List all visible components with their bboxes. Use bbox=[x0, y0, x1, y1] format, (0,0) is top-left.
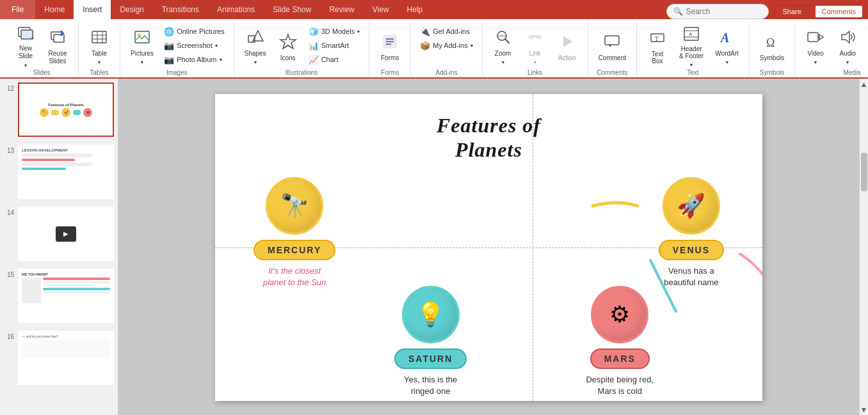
scroll-down-button[interactable]: ▼ bbox=[859, 404, 868, 415]
video-label: Video bbox=[808, 50, 824, 57]
svg-marker-37 bbox=[842, 31, 849, 43]
header-footer-dropdown[interactable]: ▾ bbox=[690, 62, 693, 68]
audio-button[interactable]: Audio ▾ bbox=[832, 24, 863, 68]
online-pictures-button[interactable]: 🌐 Online Pictures bbox=[160, 24, 229, 38]
scroll-up-button[interactable]: ▲ bbox=[859, 79, 868, 90]
scroll-thumb[interactable] bbox=[861, 153, 867, 191]
3d-models-button[interactable]: 🧊 3D Models ▾ bbox=[305, 24, 364, 38]
table-button[interactable]: Table ▾ bbox=[84, 24, 115, 68]
my-addins-dropdown[interactable]: ▾ bbox=[470, 43, 473, 49]
svg-rect-21 bbox=[498, 35, 506, 37]
wordart-button[interactable]: A WordArt ▾ bbox=[710, 24, 744, 68]
action-button[interactable]: Action bbox=[552, 24, 583, 68]
comment-icon bbox=[602, 31, 622, 52]
forms-group-label: Forms bbox=[374, 68, 405, 77]
tab-view[interactable]: View bbox=[364, 0, 398, 19]
audio-label: Audio bbox=[839, 50, 856, 57]
photo-album-dropdown[interactable]: ▾ bbox=[220, 57, 222, 63]
tab-design[interactable]: Design bbox=[111, 0, 152, 19]
slide-thumb-15[interactable]: 15 DID YOU KNOW? bbox=[3, 267, 115, 324]
smartart-label: SmartArt bbox=[321, 42, 349, 49]
slide-img-14[interactable]: ▶ bbox=[18, 207, 114, 261]
my-addins-button[interactable]: 📦 My Add-ins ▾ bbox=[416, 38, 476, 52]
slide-thumb-16[interactable]: 16 — and do you know that? bbox=[3, 329, 115, 386]
tab-transitions[interactable]: Transitions bbox=[153, 0, 208, 19]
svg-marker-24 bbox=[563, 36, 572, 47]
slide-canvas: Features ofPlanets 🔭 MERCURY It's the cl… bbox=[215, 94, 762, 401]
share-button[interactable]: Share bbox=[774, 5, 809, 18]
tab-home[interactable]: Home bbox=[35, 0, 74, 19]
illustrations-group-label: Illustrations bbox=[239, 68, 364, 77]
zoom-dropdown[interactable]: ▾ bbox=[502, 59, 504, 65]
reuse-slides-button[interactable]: ReuseSlides bbox=[42, 24, 73, 68]
search-box[interactable]: 🔍 bbox=[666, 4, 769, 19]
screen-recording-button[interactable]: ScreenRecording bbox=[864, 24, 868, 68]
slide-img-12[interactable]: Features of Planets 🔭 🚀 ⚙ bbox=[18, 82, 114, 137]
action-icon bbox=[557, 31, 577, 52]
zoom-button[interactable]: Zoom ▾ bbox=[488, 24, 518, 68]
link-dropdown[interactable]: ▾ bbox=[534, 59, 536, 65]
ribbon-group-comments: Comment Comments bbox=[588, 22, 637, 77]
header-footer-label: Header& Footer bbox=[679, 45, 703, 59]
text-box-button[interactable]: T TextBox bbox=[642, 24, 673, 68]
venus-section: 🚀 VENUS Venus has abeautiful name bbox=[659, 177, 724, 288]
link-button[interactable]: Link ▾ bbox=[520, 24, 551, 68]
slide-thumb-13[interactable]: 13 LESSON DEVELOPMENT bbox=[3, 143, 115, 200]
comments-button[interactable]: Comments bbox=[815, 5, 863, 18]
new-slide-label: NewSlide bbox=[19, 45, 33, 60]
symbols-group-label: Symbols bbox=[755, 68, 789, 77]
slide-thumb-12[interactable]: 12 Features of Planets 🔭 🚀 ⚙ bbox=[3, 81, 115, 138]
ribbon-group-slides: + NewSlide ▾ ReuseSlides Slides bbox=[5, 22, 79, 77]
mars-section: ⚙ MARS Despite being red,Mars is cold bbox=[586, 286, 654, 397]
tab-review[interactable]: Review bbox=[320, 0, 363, 19]
tab-file[interactable]: File bbox=[0, 0, 35, 19]
ribbon-group-forms: Forms Forms bbox=[369, 22, 411, 77]
get-addins-button[interactable]: 🔌 Get Add-ins bbox=[416, 24, 476, 38]
ribbon-group-illustrations: Shapes ▾ Icons 🧊 3D Models ▾ 📊 SmartArt bbox=[234, 22, 370, 77]
tab-insert[interactable]: Insert bbox=[74, 0, 111, 19]
tab-animations[interactable]: Animations bbox=[208, 0, 264, 19]
tab-help[interactable]: Help bbox=[398, 0, 432, 19]
symbols-label: Symbols bbox=[760, 54, 784, 61]
forms-button[interactable]: Forms bbox=[374, 24, 405, 68]
wordart-label: WordArt bbox=[715, 50, 739, 57]
svg-rect-25 bbox=[605, 36, 619, 45]
audio-dropdown[interactable]: ▾ bbox=[846, 59, 849, 65]
header-footer-button[interactable]: A Header& Footer ▾ bbox=[674, 24, 709, 68]
svg-rect-5 bbox=[92, 31, 106, 43]
photo-album-label: Photo Album bbox=[177, 56, 216, 63]
icons-button[interactable]: Icons bbox=[273, 24, 303, 68]
tab-slideshow[interactable]: Slide Show bbox=[264, 0, 320, 19]
search-input[interactable] bbox=[686, 7, 762, 16]
symbols-button[interactable]: Ω Symbols bbox=[755, 24, 789, 68]
chart-button[interactable]: 📈 Chart bbox=[305, 52, 364, 67]
reuse-slides-icon bbox=[47, 27, 68, 47]
svg-text:+: + bbox=[31, 35, 35, 42]
slide-thumb-14[interactable]: 14 ▶ bbox=[3, 205, 115, 262]
chart-icon: 📈 bbox=[309, 55, 319, 65]
video-dropdown[interactable]: ▾ bbox=[814, 59, 817, 65]
new-slide-button[interactable]: + NewSlide ▾ bbox=[10, 24, 41, 68]
slide-img-16[interactable]: — and do you know that? bbox=[18, 331, 114, 385]
slide-num-13: 13 bbox=[4, 145, 14, 154]
photo-album-button[interactable]: 📷 Photo Album ▾ bbox=[160, 52, 229, 67]
slide-img-13[interactable]: LESSON DEVELOPMENT bbox=[18, 145, 114, 199]
pictures-button[interactable]: Pictures ▾ bbox=[125, 24, 159, 68]
screenshot-button[interactable]: 📷 Screenshot ▾ bbox=[160, 38, 229, 52]
wordart-dropdown[interactable]: ▾ bbox=[726, 59, 728, 65]
table-dropdown[interactable]: ▾ bbox=[98, 59, 100, 65]
pictures-dropdown[interactable]: ▾ bbox=[141, 59, 143, 65]
vertical-scrollbar[interactable]: ▲ ▼ bbox=[859, 79, 868, 415]
smartart-button[interactable]: 📊 SmartArt bbox=[305, 38, 364, 52]
video-button[interactable]: Video ▾ bbox=[800, 24, 831, 68]
screenshot-dropdown[interactable]: ▾ bbox=[215, 43, 218, 49]
mars-desc: Despite being red,Mars is cold bbox=[586, 374, 654, 397]
3d-models-dropdown[interactable]: ▾ bbox=[357, 29, 360, 35]
svg-rect-35 bbox=[808, 33, 818, 42]
slide-num-15: 15 bbox=[4, 269, 14, 278]
shapes-button[interactable]: Shapes ▾ bbox=[239, 24, 271, 68]
shapes-dropdown[interactable]: ▾ bbox=[254, 59, 257, 65]
table-icon bbox=[89, 27, 109, 47]
slide-img-15[interactable]: DID YOU KNOW? bbox=[18, 269, 114, 323]
comment-button[interactable]: Comment bbox=[593, 24, 631, 68]
